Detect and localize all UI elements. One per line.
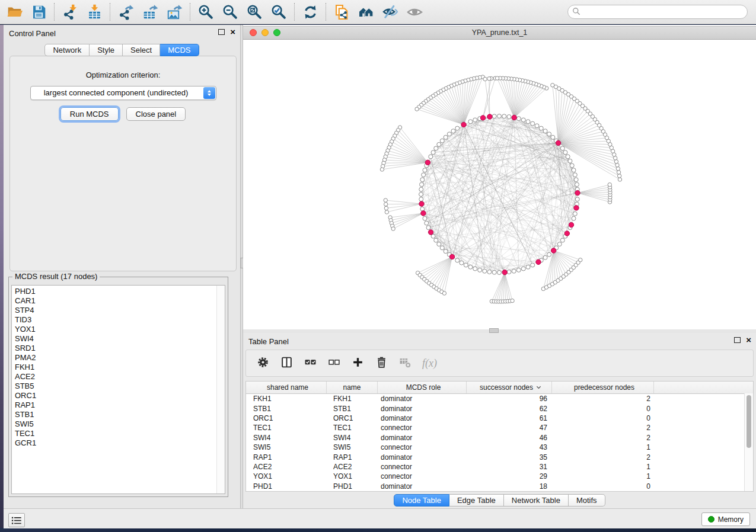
mcds-result-item[interactable]: ACE2	[12, 372, 217, 382]
mcds-result-item[interactable]: STP4	[12, 306, 217, 315]
table-scrollbar-thumb[interactable]	[747, 395, 751, 448]
hide-selected-button[interactable]	[378, 1, 403, 23]
mcds-result-item[interactable]: SWI5	[12, 419, 217, 429]
column-header-predecessor-nodes[interactable]: predecessor nodes	[552, 382, 654, 393]
zoom-fit-button[interactable]	[243, 1, 267, 23]
import-network-button[interactable]	[58, 1, 82, 23]
column-header-successor-nodes[interactable]: successor nodes	[467, 382, 552, 393]
mcds-hub-node[interactable]	[556, 140, 560, 145]
mcds-result-item[interactable]: FKH1	[12, 363, 217, 372]
table-scrollbar[interactable]	[744, 393, 753, 491]
mcds-result-item[interactable]: PHD1	[12, 287, 217, 296]
function-builder-button[interactable]: f(x)	[422, 357, 437, 370]
table-options-button[interactable]	[256, 357, 270, 370]
delete-table-button[interactable]	[398, 357, 412, 370]
table-row[interactable]: ACE2ACE2connector311	[246, 462, 753, 472]
zoom-selected-button[interactable]	[267, 1, 291, 23]
mcds-result-item[interactable]: STB1	[12, 410, 217, 419]
network-graph[interactable]	[243, 39, 756, 329]
mcds-hub-node[interactable]	[425, 160, 430, 165]
mcds-result-item[interactable]: TEC1	[12, 429, 217, 438]
mcds-hub-node[interactable]	[574, 206, 579, 210]
mcds-hub-node[interactable]	[512, 115, 516, 120]
table-row[interactable]: SWI4SWI4dominator462	[246, 433, 753, 443]
table-row[interactable]: RAP1RAP1dominator352	[246, 452, 753, 462]
mcds-hub-node[interactable]	[480, 116, 485, 120]
show-column-button[interactable]	[280, 357, 294, 370]
mcds-hub-node[interactable]	[461, 122, 466, 127]
mcds-hub-node[interactable]	[428, 230, 433, 235]
tab-motifs[interactable]: Motifs	[569, 494, 605, 507]
float-panel-icon[interactable]	[734, 337, 741, 343]
new-network-from-selection-button[interactable]	[330, 1, 354, 23]
mcds-hub-node[interactable]	[421, 211, 426, 216]
float-panel-icon[interactable]	[218, 29, 225, 35]
table-row[interactable]: YOX1YOX1connector291	[246, 472, 753, 481]
mcds-hub-node[interactable]	[551, 248, 556, 253]
table-row[interactable]: ORC1ORC1dominator610	[246, 414, 753, 423]
mcds-result-item[interactable]: GCR1	[12, 438, 217, 448]
open-file-button[interactable]	[2, 1, 27, 23]
column-header-shared-name[interactable]: shared name	[246, 382, 327, 393]
export-network-button[interactable]	[114, 1, 138, 23]
select-all-button[interactable]	[304, 357, 317, 370]
table-row[interactable]: FKH1FKH1dominator962	[246, 394, 753, 403]
mcds-hub-node[interactable]	[564, 231, 569, 236]
zoom-out-button[interactable]	[218, 1, 243, 23]
table-row[interactable]: PHD1PHD1dominator180	[246, 482, 753, 491]
tab-mcds[interactable]: MCDS	[160, 44, 199, 56]
mcds-hub-node[interactable]	[536, 259, 541, 264]
table-row[interactable]: STB1STB1dominator620	[246, 403, 753, 413]
tab-node-table[interactable]: Node Table	[394, 494, 449, 507]
mcds-hub-node[interactable]	[487, 114, 492, 119]
zoom-in-button[interactable]	[194, 1, 218, 23]
create-column-button[interactable]	[351, 357, 365, 370]
close-panel-icon[interactable]: ×	[746, 336, 751, 344]
mcds-hub-node[interactable]	[569, 222, 573, 227]
cell: 18	[467, 482, 552, 491]
close-panel-icon[interactable]: ×	[230, 28, 235, 36]
mcds-result-item[interactable]: CAR1	[12, 296, 217, 306]
deselect-all-button[interactable]	[327, 357, 341, 370]
tab-edge-table[interactable]: Edge Table	[449, 494, 504, 507]
mcds-result-item[interactable]: YOX1	[12, 325, 217, 334]
show-all-button[interactable]	[403, 1, 427, 23]
tab-select[interactable]: Select	[123, 44, 160, 56]
memory-button[interactable]: Memory	[701, 512, 750, 526]
table-row[interactable]: SWI5SWI5connector431	[246, 443, 753, 452]
uncheck-pair-icon	[328, 356, 340, 371]
tab-style[interactable]: Style	[90, 44, 123, 56]
export-image-button[interactable]	[162, 1, 187, 23]
cell: STB1	[327, 405, 378, 413]
delete-column-button[interactable]	[375, 357, 388, 370]
first-neighbors-button[interactable]	[354, 1, 378, 23]
criterion-dropdown[interactable]: largest connected component (undirected)	[30, 86, 216, 100]
tab-network-table[interactable]: Network Table	[504, 494, 569, 507]
mcds-result-item[interactable]: STB5	[12, 382, 217, 391]
search-input[interactable]	[567, 5, 748, 19]
mcds-list-scrollbar[interactable]	[216, 286, 225, 493]
column-header-name[interactable]: name	[327, 382, 378, 393]
mcds-result-item[interactable]: SRD1	[12, 344, 217, 353]
horizontal-splitter-handle[interactable]	[489, 328, 499, 333]
network-window-title: YPA_prune.txt_1	[243, 28, 756, 37]
mcds-result-item[interactable]: TID3	[12, 315, 217, 325]
mcds-hub-node[interactable]	[419, 201, 424, 206]
export-table-button[interactable]	[138, 1, 162, 23]
import-table-button[interactable]	[82, 1, 107, 23]
mcds-result-item[interactable]: ORC1	[12, 391, 217, 400]
mcds-result-item[interactable]: PMA2	[12, 353, 217, 363]
mcds-hub-node[interactable]	[575, 190, 580, 195]
mcds-result-item[interactable]: SWI4	[12, 334, 217, 344]
mcds-result-item[interactable]: RAP1	[12, 400, 217, 410]
tab-network[interactable]: Network	[44, 44, 90, 56]
run-mcds-button[interactable]: Run MCDS	[60, 107, 119, 121]
table-row[interactable]: TEC1TEC1connector472	[246, 423, 753, 432]
mcds-hub-node[interactable]	[502, 270, 507, 274]
mcds-hub-node[interactable]	[449, 254, 454, 259]
apply-layout-button[interactable]	[298, 1, 323, 23]
show-panels-button[interactable]	[8, 513, 25, 527]
close-panel-button[interactable]: Close panel	[126, 107, 186, 121]
save-session-button[interactable]	[27, 1, 51, 23]
column-header-MCDS-role[interactable]: MCDS role	[378, 382, 467, 393]
